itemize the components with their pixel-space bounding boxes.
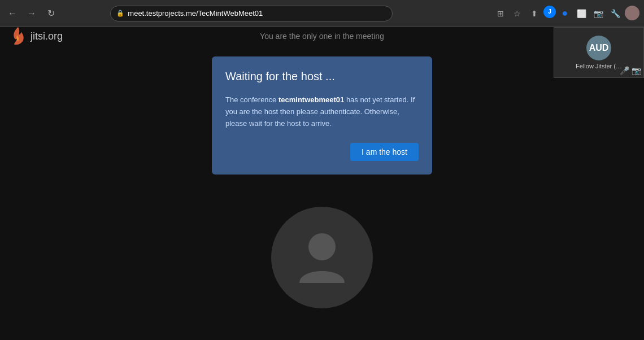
nav-forward-button[interactable]: → — [24, 6, 40, 21]
camera-button[interactable]: 📷 — [591, 6, 607, 21]
jitsi-logo: jitsi.org — [9, 26, 63, 46]
camera-off-icon: 📷 — [632, 66, 641, 75]
dialog-footer: I am the host — [225, 143, 419, 161]
main-content: jitsi.org You are the only one in the me… — [0, 27, 644, 340]
puzzle-button[interactable]: 🔧 — [608, 6, 624, 21]
participant-avatar-label: AUD — [589, 43, 609, 53]
screen-capture-button[interactable]: ⬜ — [574, 6, 590, 21]
dialog-body: The conference tecmintwebmeet01 has not … — [225, 94, 419, 129]
jitsi-flame-icon — [9, 26, 27, 46]
video-area — [0, 175, 644, 340]
jitsi-extension-icon[interactable]: J — [543, 6, 556, 18]
person-icon — [294, 226, 350, 289]
bookmark-button[interactable]: ☆ — [510, 6, 525, 21]
nav-reload-button[interactable]: ↻ — [43, 6, 59, 21]
top-bar: jitsi.org You are the only one in the me… — [0, 27, 644, 45]
i-am-host-button[interactable]: I am the host — [350, 143, 419, 161]
jitsi-logo-text: jitsi.org — [31, 30, 63, 42]
conference-name: tecmintwebmeet01 — [279, 95, 344, 104]
share-button[interactable]: ⬆ — [526, 6, 542, 21]
participant-name: Fellow Jitster (… — [576, 63, 622, 69]
lock-icon: 🔒 — [116, 10, 124, 17]
screenshot-button[interactable]: ⊞ — [493, 6, 508, 21]
url-text: meet.testprojects.me/TecMintWebMeet01 — [128, 9, 263, 18]
participant-thumbnail: AUD Fellow Jitster (… 🎤 📷 — [554, 27, 644, 78]
user-avatar-placeholder — [271, 207, 373, 308]
url-path: TecMintWebMeet01 — [198, 9, 263, 18]
logo-area: jitsi.org — [9, 26, 63, 46]
address-bar[interactable]: 🔒 meet.testprojects.me/TecMintWebMeet01 — [110, 6, 393, 21]
browser-chrome: ← → ↻ 🔒 meet.testprojects.me/TecMintWebM… — [0, 0, 644, 27]
meeting-status-text: You are the only one in the meeting — [260, 32, 384, 41]
microphone-muted-icon: 🎤 — [620, 66, 629, 75]
nav-back-button[interactable]: ← — [5, 6, 20, 21]
svg-point-0 — [308, 233, 336, 260]
dialog-body-prefix: The conference — [225, 95, 279, 104]
browser-toolbar: ⊞ ☆ ⬆ J ● ⬜ 📷 🔧 — [493, 6, 639, 21]
participant-controls: 🎤 📷 — [620, 66, 641, 75]
dialog-title: Waiting for the host ... — [225, 70, 419, 83]
waiting-dialog: Waiting for the host ... The conference … — [212, 56, 432, 175]
url-prefix: meet.testprojects.me/ — [128, 9, 198, 18]
extensions-button[interactable]: ● — [557, 6, 573, 21]
profile-avatar[interactable] — [625, 6, 639, 20]
participant-avatar: AUD — [586, 36, 611, 60]
